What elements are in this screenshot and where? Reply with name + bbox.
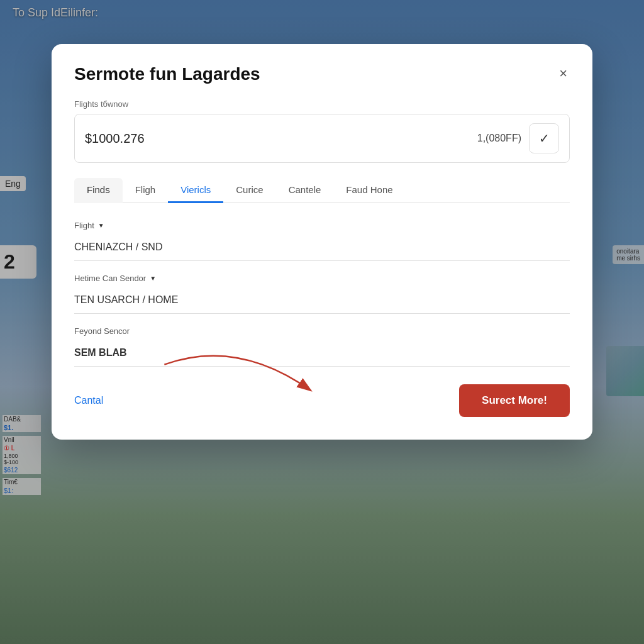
tab-viericls[interactable]: Viericls <box>168 178 223 203</box>
price-value: $1000.276 <box>85 131 470 146</box>
modal-footer: Cantal Surect More! <box>74 384 570 417</box>
hetime-field-value: TEN USARCH / HOME <box>74 288 570 314</box>
price-secondary: 1,(080FF) <box>477 133 521 144</box>
price-row: $1000.276 1,(080FF) ✓ <box>74 114 570 163</box>
feyond-field-section: Feyond Sencor SEM BLAB <box>74 326 570 367</box>
flight-dropdown-arrow[interactable]: ▼ <box>98 222 104 229</box>
tab-curice[interactable]: Curice <box>223 178 275 203</box>
hetime-field-section: Hetime Can Sendor ▼ TEN USARCH / HOME <box>74 274 570 314</box>
modal: Sermote fun Lagardes × Flights tбwnow $1… <box>52 44 592 440</box>
flight-field-section: Flight ▼ CHENIAZCH / SND <box>74 221 570 261</box>
tab-fligh[interactable]: Fligh <box>123 178 169 203</box>
tabs-container: Finds Fligh Viericls Curice Cantele Faud… <box>74 178 570 203</box>
check-button[interactable]: ✓ <box>529 123 559 153</box>
hetime-field-label: Hetime Can Sendor ▼ <box>74 274 570 283</box>
modal-title: Sermote fun Lagardes <box>74 64 260 84</box>
tab-cantele[interactable]: Cantele <box>276 178 334 203</box>
feyond-field-label: Feyond Sencor <box>74 326 570 336</box>
modal-header: Sermote fun Lagardes × <box>74 64 570 84</box>
price-label: Flights tбwnow <box>74 99 570 109</box>
cancel-button[interactable]: Cantal <box>74 395 103 406</box>
modal-backdrop: Sermote fun Lagardes × Flights tбwnow $1… <box>0 0 644 644</box>
feyond-field-value: SEM BLAB <box>74 341 570 367</box>
hetime-dropdown-arrow[interactable]: ▼ <box>150 275 156 282</box>
price-section: Flights tбwnow $1000.276 1,(080FF) ✓ <box>74 99 570 163</box>
tab-faud-hone[interactable]: Faud Hone <box>333 178 405 203</box>
close-button[interactable]: × <box>557 64 570 83</box>
flight-field-value: CHENIAZCH / SND <box>74 235 570 261</box>
flight-field-label: Flight ▼ <box>74 221 570 230</box>
tab-finds[interactable]: Finds <box>74 178 123 203</box>
submit-button[interactable]: Surect More! <box>459 384 570 417</box>
